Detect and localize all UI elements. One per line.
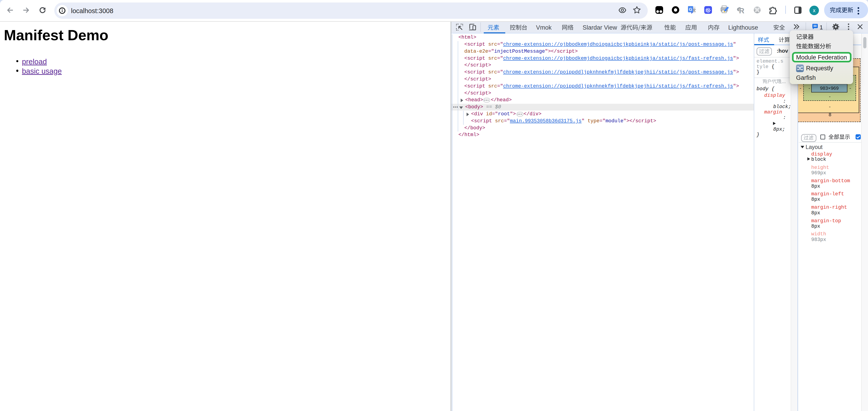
svg-text:G: G — [689, 7, 692, 12]
svg-text:R: R — [739, 6, 745, 14]
